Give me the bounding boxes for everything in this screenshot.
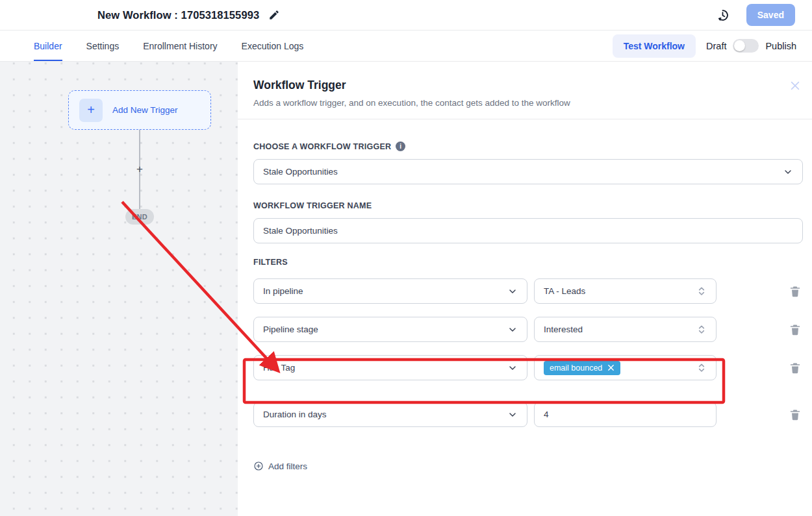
filter-field-value: Pipeline stage (263, 325, 318, 334)
filter-field-dropdown[interactable]: In pipeline (253, 278, 527, 304)
version-history-icon[interactable] (716, 8, 730, 22)
filter-value: Interested (544, 325, 583, 334)
trigger-name-input[interactable] (253, 218, 803, 243)
updown-chevrons-icon (696, 362, 707, 374)
top-header: New Workflow : 1705318155993 Saved (0, 0, 812, 31)
trigger-type-dropdown[interactable]: Stale Opportunities (253, 159, 803, 184)
updown-chevrons-icon (696, 324, 707, 336)
tab-execution-logs[interactable]: Execution Logs (242, 31, 304, 61)
workflow-canvas[interactable]: + Add New Trigger + END (0, 62, 238, 516)
choose-trigger-label-row: CHOOSE A WORKFLOW TRIGGER i (253, 141, 803, 151)
remove-tag-icon[interactable] (607, 364, 615, 371)
tabbar-right: Test Workflow Draft Publish (613, 31, 812, 61)
tag-chip: email bounced (544, 361, 620, 375)
filter-row-duration: Duration in days (253, 402, 803, 427)
delete-filter-icon[interactable] (789, 323, 802, 337)
filter-row-in-pipeline: In pipeline TA - Leads (253, 278, 803, 304)
add-filters-button[interactable]: Add filters (253, 461, 307, 471)
filters-label: FILTERS (253, 258, 803, 267)
filters-list: In pipeline TA - Leads (253, 278, 803, 427)
delete-filter-icon[interactable] (789, 408, 802, 422)
saved-button[interactable]: Saved (746, 4, 795, 26)
publish-toggle[interactable] (733, 39, 759, 53)
publish-toggle-group: Draft Publish (706, 39, 796, 53)
chevron-down-icon (507, 363, 518, 373)
close-icon[interactable] (789, 80, 801, 92)
workflow-trigger-panel: Workflow Trigger Adds a workflow trigger… (238, 62, 812, 516)
header-right: Saved (716, 4, 812, 26)
end-node: END (125, 209, 154, 225)
delete-filter-icon[interactable] (789, 361, 802, 375)
filter-field-value: In pipeline (263, 286, 303, 296)
add-new-trigger-label: Add New Trigger (112, 105, 178, 115)
panel-content: CHOOSE A WORKFLOW TRIGGER i Stale Opport… (238, 141, 812, 474)
filter-value: TA - Leads (544, 286, 585, 296)
draft-label: Draft (706, 41, 726, 51)
add-new-trigger-node[interactable]: + Add New Trigger (68, 90, 211, 130)
updown-chevrons-icon (696, 286, 707, 297)
tab-settings[interactable]: Settings (86, 31, 120, 61)
filter-field-dropdown[interactable]: Has Tag (253, 355, 527, 380)
panel-title: Workflow Trigger (253, 79, 796, 92)
workflow-builder-page: New Workflow : 1705318155993 Saved Build… (0, 0, 812, 516)
filter-value-select[interactable]: TA - Leads (534, 278, 717, 304)
filter-field-dropdown[interactable]: Duration in days (253, 402, 527, 427)
plus-icon: + (79, 99, 103, 122)
filter-field-value: Duration in days (263, 410, 327, 419)
tab-enrollment-history[interactable]: Enrollment History (143, 31, 217, 61)
info-icon[interactable]: i (396, 141, 405, 151)
edit-title-icon[interactable] (268, 9, 280, 21)
choose-trigger-label: CHOOSE A WORKFLOW TRIGGER (253, 142, 391, 151)
chevron-down-icon (783, 167, 793, 177)
panel-subtitle: Adds a workflow trigger, and on executio… (253, 98, 796, 108)
filter-row-pipeline-stage: Pipeline stage Interested (253, 317, 803, 342)
filter-row-has-tag: Has Tag email bounced (253, 355, 803, 380)
chevron-down-icon (507, 286, 518, 297)
duration-value-input[interactable] (534, 402, 717, 427)
publish-label: Publish (765, 41, 796, 51)
add-filters-label: Add filters (268, 461, 307, 471)
toggle-knob (734, 40, 745, 51)
filter-value-tag-select[interactable]: email bounced (534, 355, 717, 380)
tabs: Builder Settings Enrollment History Exec… (34, 31, 303, 61)
trigger-type-value: Stale Opportunities (263, 167, 338, 177)
filter-field-dropdown[interactable]: Pipeline stage (253, 317, 527, 342)
delete-filter-icon[interactable] (789, 284, 802, 299)
workflow-title-wrap: New Workflow : 1705318155993 (97, 9, 280, 21)
body: + Add New Trigger + END Workflow Trigger… (0, 62, 812, 516)
filter-field-value: Has Tag (263, 363, 295, 373)
circle-plus-icon (253, 461, 264, 471)
chevron-down-icon (507, 410, 518, 420)
workflow-title: New Workflow : 1705318155993 (97, 9, 259, 21)
tag-chip-label: email bounced (550, 363, 602, 373)
test-workflow-button[interactable]: Test Workflow (613, 34, 696, 58)
tab-builder[interactable]: Builder (34, 31, 62, 61)
trigger-name-label: WORKFLOW TRIGGER NAME (253, 201, 803, 210)
tab-bar: Builder Settings Enrollment History Exec… (0, 31, 812, 62)
panel-header: Workflow Trigger Adds a workflow trigger… (238, 62, 812, 108)
filter-value-select[interactable]: Interested (534, 317, 717, 342)
panel-divider (238, 119, 812, 119)
add-step-icon[interactable]: + (136, 163, 143, 176)
chevron-down-icon (507, 325, 518, 335)
